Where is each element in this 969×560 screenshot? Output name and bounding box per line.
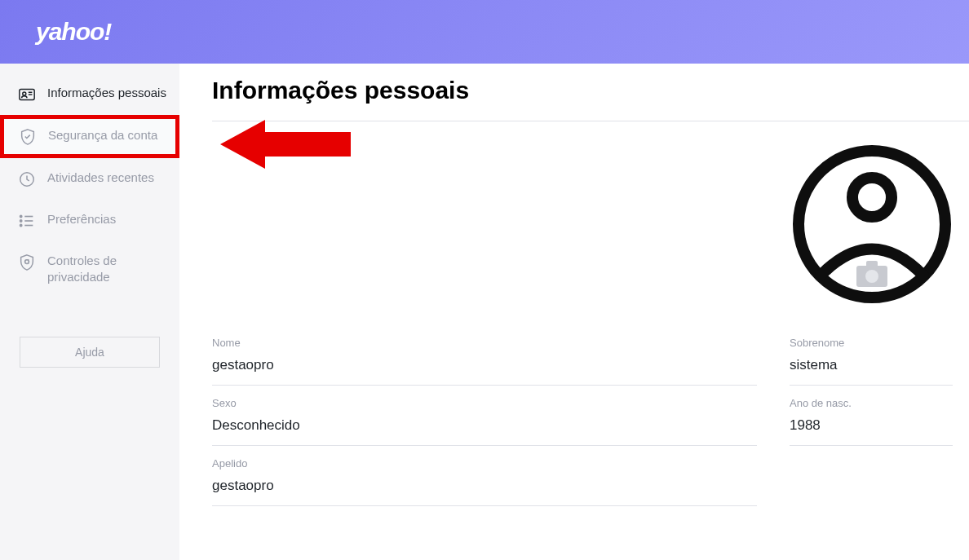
field-value: sistema bbox=[790, 357, 953, 373]
field-nome[interactable]: Nome gestaopro bbox=[212, 325, 757, 386]
field-label: Sexo bbox=[212, 397, 757, 409]
sidebar-item-label: Preferências bbox=[47, 211, 116, 227]
field-label: Apelido bbox=[212, 457, 757, 470]
list-icon bbox=[18, 212, 36, 230]
field-value: Desconhecido bbox=[212, 417, 757, 434]
svg-point-11 bbox=[25, 260, 29, 264]
field-ano[interactable]: Ano de nasc. 1988 bbox=[790, 386, 953, 446]
field-label: Sobrenome bbox=[790, 337, 953, 349]
sidebar-item-label: Atividades recentes bbox=[47, 170, 154, 186]
sidebar-item-security[interactable]: Segurança da conta bbox=[0, 115, 179, 158]
field-apelido[interactable]: Apelido gestaopro bbox=[212, 446, 757, 506]
field-value: gestaopro bbox=[212, 478, 757, 494]
svg-rect-16 bbox=[866, 261, 878, 267]
field-sobrenome[interactable]: Sobrenome sistema bbox=[790, 325, 953, 386]
sidebar-item-label: Controles de privacidade bbox=[47, 253, 168, 286]
shield-check-icon bbox=[19, 128, 37, 146]
sidebar-item-label: Segurança da conta bbox=[48, 127, 157, 143]
header: yahoo! bbox=[0, 0, 969, 64]
page-title: Informações pessoais bbox=[212, 77, 969, 104]
svg-marker-12 bbox=[220, 120, 351, 169]
sidebar-item-privacy[interactable]: Controles de privacidade bbox=[0, 241, 179, 298]
annotation-arrow bbox=[220, 116, 351, 173]
sidebar-item-recent-activity[interactable]: Atividades recentes bbox=[0, 158, 179, 200]
svg-point-7 bbox=[20, 224, 22, 226]
shield-gear-icon bbox=[18, 254, 36, 271]
svg-point-14 bbox=[852, 178, 892, 217]
svg-point-17 bbox=[865, 270, 878, 283]
field-value: gestaopro bbox=[212, 357, 757, 373]
sidebar: Informações pessoais Segurança da conta … bbox=[0, 64, 179, 560]
help-button[interactable]: Ajuda bbox=[20, 337, 160, 368]
field-label: Nome bbox=[212, 337, 757, 349]
sidebar-item-personal-info[interactable]: Informações pessoais bbox=[0, 73, 179, 115]
sidebar-item-preferences[interactable]: Preferências bbox=[0, 200, 179, 241]
svg-point-1 bbox=[23, 92, 26, 95]
svg-point-5 bbox=[20, 215, 22, 217]
sidebar-item-label: Informações pessoais bbox=[47, 85, 166, 101]
field-value: 1988 bbox=[790, 417, 953, 434]
field-sexo[interactable]: Sexo Desconhecido bbox=[212, 386, 757, 446]
fields-grid: Nome gestaopro Sobrenome sistema Sexo De… bbox=[212, 325, 969, 506]
logo[interactable]: yahoo! bbox=[36, 18, 111, 46]
clock-icon bbox=[18, 170, 36, 188]
id-card-icon bbox=[18, 86, 36, 104]
svg-point-6 bbox=[20, 220, 22, 222]
main-content: Informações pessoais Nome ges bbox=[179, 64, 969, 560]
avatar[interactable] bbox=[793, 145, 951, 303]
field-label: Ano de nasc. bbox=[790, 397, 953, 409]
